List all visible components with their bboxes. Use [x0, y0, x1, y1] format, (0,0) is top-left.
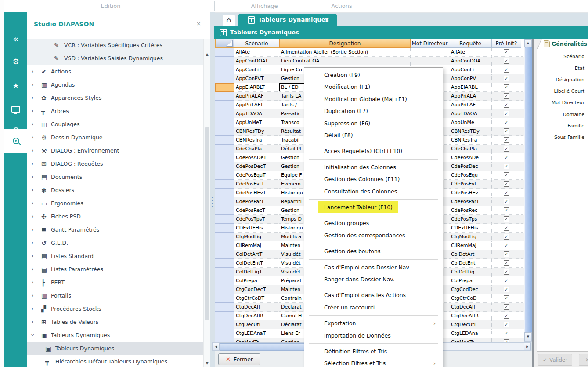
grid-cell-scenario[interactable]: CtgLEDAnaT	[234, 329, 279, 338]
grid-cell-pre-init[interactable]: ✓	[492, 241, 521, 250]
row-selector[interactable]	[215, 153, 234, 162]
context-menu-item-cr-ation-f9[interactable]: Création (F9)	[304, 69, 443, 81]
row-selector[interactable]	[215, 180, 234, 189]
checkbox-checked-icon[interactable]: ✓	[504, 111, 509, 116]
grid-cell-pre-init[interactable]: ✓	[492, 329, 521, 338]
row-selector[interactable]	[215, 189, 234, 197]
sidebar-item-proc-dures-stocks[interactable]: ›▞Procédures Stocks	[27, 302, 203, 316]
grid-cell-pre-init[interactable]: ✓	[492, 338, 521, 342]
annuler-button-partial[interactable]: ✕	[579, 354, 588, 366]
checkbox-checked-icon[interactable]: ✓	[504, 164, 509, 169]
grid-cell-scenario[interactable]: CtgDecUti	[234, 320, 279, 329]
checkbox-checked-icon[interactable]: ✓	[504, 331, 509, 336]
grid-cell-requete[interactable]: AppUnMe	[449, 118, 492, 127]
grid-cell-mot-directeur[interactable]	[411, 57, 449, 65]
context-menu-item-gestion-des-colonnes-f11[interactable]: Gestion des Colonnes (F11)	[304, 173, 443, 185]
grid-cell-scenario[interactable]: AliAte	[234, 48, 279, 57]
checkbox-checked-icon[interactable]: ✓	[504, 102, 509, 108]
sidebar-item-apparences-styles[interactable]: ›✿Apparences Styles	[27, 91, 203, 105]
grid-cell-scenario[interactable]: AppUnMeT	[234, 118, 279, 127]
grid-cell-pre-init[interactable]: ✓	[492, 180, 521, 189]
grid-cell-requete[interactable]: CtgDecAffR	[449, 312, 492, 320]
checkbox-checked-icon[interactable]: ✓	[504, 322, 509, 327]
chevron-right-icon[interactable]: ›	[32, 147, 33, 154]
grid-cell-pre-init[interactable]: ✓	[492, 233, 521, 241]
checkbox-checked-icon[interactable]: ✓	[504, 199, 509, 204]
grid-cell-requete[interactable]: CdePosRec	[449, 206, 492, 215]
grid-cell-scenario[interactable]: CtgDecAff	[234, 303, 279, 312]
grid-cell-scenario[interactable]: AppTDAOA	[234, 109, 279, 118]
checkbox-checked-icon[interactable]: ✓	[504, 84, 509, 90]
grid-cell-scenario[interactable]: CfgModLig	[234, 233, 279, 241]
right-panel-divider[interactable]	[532, 39, 534, 367]
grid-cell-scenario[interactable]: CdePosADeT	[234, 153, 279, 162]
grid-cell-pre-init[interactable]: ✓	[492, 48, 521, 57]
chevron-right-icon[interactable]: ›	[32, 226, 33, 233]
grid-cell-pre-init[interactable]: ✓	[492, 92, 521, 101]
grid-cell-pre-init[interactable]: ✓	[492, 215, 521, 224]
chevron-right-icon[interactable]: ›	[32, 107, 33, 115]
grid-cell-requete[interactable]: AppPriLAF	[449, 101, 492, 109]
grid-cell-requete[interactable]: ColDetLig	[449, 268, 492, 276]
chevron-right-icon[interactable]: ›	[32, 200, 33, 207]
row-selector[interactable]	[215, 329, 234, 338]
grid-cell-requete[interactable]: CfgModLig	[449, 233, 492, 241]
grid-cell-scenario[interactable]: CBNResTDy	[234, 127, 279, 136]
checkbox-checked-icon[interactable]: ✓	[504, 93, 509, 99]
grid-cell-requete[interactable]: CdePosParT	[449, 197, 492, 206]
gear-icon[interactable]: ⚙	[4, 54, 27, 69]
grid-cell-requete[interactable]: CtgDecAff	[449, 303, 492, 312]
row-selector[interactable]	[215, 320, 234, 329]
grid-cell-requete[interactable]: CdePosHEv	[449, 189, 492, 197]
valider-button[interactable]: ✓ Valider	[538, 354, 572, 366]
checkbox-checked-icon[interactable]: ✓	[504, 76, 509, 81]
row-selector[interactable]	[215, 118, 234, 127]
grid-cell-requete[interactable]: CtgModTa	[449, 338, 492, 342]
grid-cell-scenario[interactable]: CdePosParT	[234, 197, 279, 206]
scrollbar-thumb[interactable]	[205, 127, 209, 320]
grid-cell-requete[interactable]: CtgCodDec	[449, 285, 492, 294]
grid-cell-requete[interactable]: ColPrepa	[449, 276, 492, 285]
scroll-up-icon[interactable]: ▲	[524, 39, 532, 47]
checkbox-checked-icon[interactable]: ✓	[504, 251, 509, 257]
grid-cell-pre-init[interactable]: ✓	[492, 145, 521, 153]
grid-cell-requete[interactable]: CdeChaPla	[449, 145, 492, 153]
grid-cell-scenario[interactable]: CtgCodDecT	[234, 285, 279, 294]
chevron-right-icon[interactable]: ›	[32, 173, 33, 181]
row-selector[interactable]	[215, 92, 234, 101]
checkbox-checked-icon[interactable]: ✓	[504, 225, 509, 231]
grid-cell-requete[interactable]: ColDetEnt	[449, 259, 492, 268]
panel-splitter[interactable]	[210, 12, 215, 367]
tab-home[interactable]: ⌂	[223, 15, 235, 26]
checkbox-checked-icon[interactable]: ✓	[504, 172, 509, 178]
sidebar-item-hi-rarchies-d-faut-tableurs-dynamiques[interactable]: ┳Hiérarchies Défaut Tableurs Dynamiques	[27, 355, 203, 367]
grid-cell-requete[interactable]: CdePosTps	[449, 215, 492, 224]
row-selector[interactable]	[215, 303, 234, 312]
row-selector[interactable]	[215, 259, 234, 268]
grid-cell-scenario[interactable]: AppConPVT	[234, 74, 279, 83]
menu-item-edition[interactable]: Edition	[101, 3, 121, 9]
context-menu-item-d-finition-filtres-et-tris[interactable]: Définition Filtres et Tris	[304, 345, 443, 357]
checkbox-checked-icon[interactable]: ✓	[504, 287, 509, 292]
row-selector[interactable]	[215, 109, 234, 118]
sidebar-item-couplages[interactable]: ›◫Couplages	[27, 118, 203, 131]
grid-cell-requete[interactable]: CdePosEqu	[449, 171, 492, 180]
checkbox-checked-icon[interactable]: ✓	[504, 190, 509, 196]
row-selector[interactable]	[215, 65, 234, 74]
scroll-down-icon[interactable]: ▼	[524, 332, 532, 341]
menu-item-affichage[interactable]: Affichage	[251, 3, 278, 9]
row-selector[interactable]	[215, 171, 234, 180]
grid-cell-pre-init[interactable]: ✓	[492, 303, 521, 312]
monitor-icon[interactable]	[4, 101, 27, 117]
checkbox-checked-icon[interactable]: ✓	[504, 216, 509, 222]
grid-cell-pre-init[interactable]: ✓	[492, 224, 521, 233]
sidebar-close-icon[interactable]: ×	[196, 20, 202, 28]
grid-cell-scenario[interactable]: CDExUEHis	[234, 224, 279, 233]
context-menu-item-modification-f1[interactable]: Modification (F1)	[304, 81, 443, 93]
context-menu-item-d-tail-f8[interactable]: Détail (F8)	[304, 129, 443, 141]
checkbox-checked-icon[interactable]: ✓	[504, 67, 509, 73]
chevron-right-icon[interactable]: ›	[32, 292, 33, 299]
grid-cell-scenario[interactable]: CdePosDecT	[234, 162, 279, 171]
grid-cell-designation[interactable]: Alimentation Atelier (Sortie Section)	[279, 48, 411, 57]
star-icon[interactable]: ★	[4, 78, 27, 94]
